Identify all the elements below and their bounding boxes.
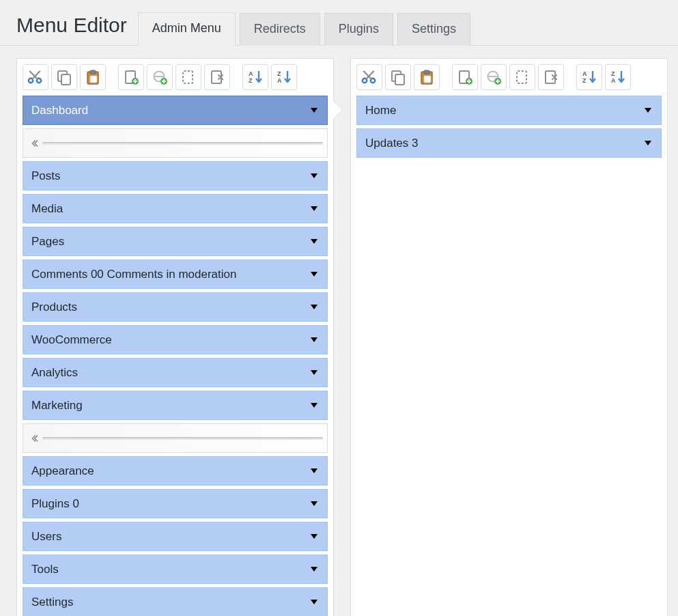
- menu-item[interactable]: Settings: [23, 587, 328, 616]
- tab-label: Settings: [412, 22, 456, 36]
- content: DashboardPostsMediaPagesComments 00 Comm…: [0, 46, 678, 616]
- menu-item[interactable]: Dashboard: [23, 96, 328, 125]
- menu-item[interactable]: Updates 3: [356, 128, 662, 158]
- menu-item-label: Appearance: [31, 464, 94, 478]
- menu-item-label: Marketing: [31, 399, 83, 412]
- menu-separator[interactable]: [23, 423, 328, 453]
- chevron-down-icon[interactable]: [309, 401, 319, 410]
- sort-asc-button[interactable]: [576, 64, 602, 90]
- tab-label: Admin Menu: [152, 21, 221, 35]
- menu-item[interactable]: Users: [23, 522, 328, 551]
- menu-item-label: WooCommerce: [31, 333, 112, 347]
- copy-button[interactable]: [51, 64, 77, 90]
- sort-desc-button[interactable]: [605, 64, 631, 90]
- paste-button[interactable]: [80, 64, 106, 90]
- paste-icon: [85, 69, 101, 85]
- cut-button[interactable]: [23, 64, 48, 90]
- menu-item[interactable]: Analytics: [23, 358, 328, 387]
- copy-button[interactable]: [385, 64, 411, 90]
- delete-button[interactable]: [538, 64, 564, 90]
- chevron-down-icon[interactable]: [309, 565, 319, 574]
- menu-item-label: Dashboard: [31, 104, 88, 117]
- chevron-down-icon[interactable]: [309, 204, 319, 214]
- show-icon: [514, 69, 531, 85]
- chevron-down-icon[interactable]: [309, 171, 319, 181]
- submenu-panel: HomeUpdates 3: [350, 58, 668, 616]
- chevron-down-icon[interactable]: [309, 466, 319, 476]
- tab-label: Plugins: [339, 22, 379, 36]
- new-separator-button[interactable]: [481, 64, 507, 90]
- right-toolbar: [356, 64, 662, 90]
- toolbar-group: [118, 64, 230, 90]
- chevron-down-icon[interactable]: [309, 237, 319, 247]
- menu-item-label: Home: [365, 104, 396, 117]
- tab-settings[interactable]: Settings: [397, 13, 470, 46]
- chevron-down-icon[interactable]: [309, 368, 319, 378]
- menu-item-label: Users: [31, 530, 61, 544]
- chevron-down-icon[interactable]: [643, 139, 653, 148]
- new-icon: [457, 69, 473, 85]
- menu-item-label: Comments 00 Comments in moderation: [31, 268, 236, 281]
- chevron-down-icon[interactable]: [643, 106, 653, 115]
- menu-item[interactable]: Pages: [23, 227, 328, 256]
- menu-item-label: Settings: [31, 596, 73, 609]
- separator-line: [42, 142, 323, 145]
- menu-item[interactable]: Tools: [23, 555, 328, 584]
- delete-button[interactable]: [204, 64, 230, 90]
- menu-item[interactable]: Plugins 0: [23, 489, 328, 518]
- chevron-down-icon[interactable]: [309, 106, 319, 115]
- menu-item-label: Products: [31, 300, 77, 314]
- left-toolbar: [23, 64, 328, 90]
- tab-admin-menu[interactable]: Admin Menu: [138, 12, 236, 46]
- header: Menu Editor Admin MenuRedirectsPluginsSe…: [0, 0, 678, 46]
- toolbar-group: [242, 64, 297, 90]
- submenu-list: HomeUpdates 3: [356, 96, 662, 158]
- menu-item[interactable]: Marketing: [23, 391, 328, 420]
- chevron-down-icon[interactable]: [309, 499, 319, 509]
- tab-plugins[interactable]: Plugins: [324, 13, 393, 46]
- chevron-down-icon[interactable]: [309, 532, 319, 542]
- toolbar-group: [576, 64, 631, 90]
- chevron-down-icon[interactable]: [309, 270, 319, 279]
- sort-asc-icon: [247, 69, 264, 85]
- chevron-down-icon[interactable]: [309, 303, 319, 312]
- toolbar-group: [356, 64, 440, 90]
- sort-desc-button[interactable]: [271, 64, 297, 90]
- menu-item-label: Plugins 0: [31, 497, 79, 511]
- copy-icon: [56, 69, 72, 85]
- new-button[interactable]: [452, 64, 478, 90]
- toolbar-group: [452, 64, 564, 90]
- menu-item[interactable]: Products: [23, 292, 328, 322]
- chevron-left-icon: [30, 139, 38, 148]
- chevron-down-icon[interactable]: [309, 598, 319, 607]
- menu-item-label: Tools: [31, 563, 59, 576]
- menu-item[interactable]: Posts: [23, 161, 328, 191]
- separator-line: [42, 437, 323, 440]
- chevron-down-icon[interactable]: [309, 335, 319, 345]
- show-button[interactable]: [175, 64, 201, 90]
- tab-redirects[interactable]: Redirects: [240, 13, 320, 46]
- new-separator-icon: [152, 69, 168, 85]
- page-title: Menu Editor: [16, 14, 127, 37]
- cut-icon: [27, 69, 44, 85]
- toolbar-group: [23, 64, 106, 90]
- menu-item[interactable]: Media: [23, 194, 328, 223]
- menu-item[interactable]: Appearance: [23, 456, 328, 486]
- menu-item-label: Pages: [31, 235, 64, 249]
- new-icon: [123, 69, 139, 85]
- new-button[interactable]: [118, 64, 144, 90]
- new-separator-button[interactable]: [147, 64, 173, 90]
- cut-button[interactable]: [356, 64, 382, 90]
- menu-item-label: Media: [31, 202, 63, 216]
- menu-item[interactable]: WooCommerce: [23, 325, 328, 354]
- copy-icon: [390, 69, 406, 85]
- paste-button[interactable]: [414, 64, 440, 90]
- menu-item[interactable]: Comments 00 Comments in moderation: [23, 260, 328, 289]
- chevron-left-icon: [30, 434, 38, 443]
- tab-bar: Admin MenuRedirectsPluginsSettings: [138, 12, 475, 46]
- sort-asc-button[interactable]: [242, 64, 268, 90]
- delete-icon: [209, 69, 225, 85]
- menu-item[interactable]: Home: [356, 96, 662, 125]
- menu-separator[interactable]: [23, 128, 328, 158]
- show-button[interactable]: [509, 64, 535, 90]
